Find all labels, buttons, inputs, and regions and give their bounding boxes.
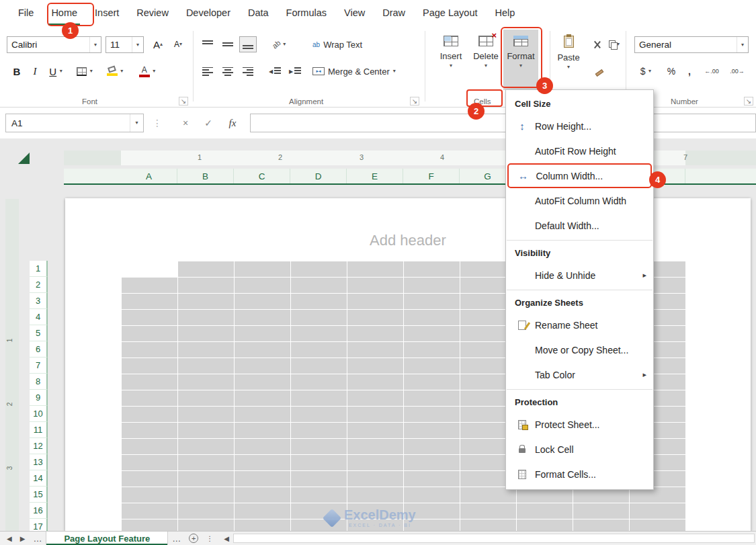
column-header-a[interactable]: A [121, 169, 177, 183]
menu-item-hide-unhide[interactable]: Hide & Unhide ▸ [506, 263, 653, 288]
cancel-button[interactable]: × [176, 114, 195, 132]
next-sheet-icon[interactable]: ▶ [16, 535, 30, 542]
tab-draw[interactable]: Draw [374, 0, 414, 26]
align-left-button[interactable] [199, 63, 216, 79]
comma-style-button[interactable]: , [683, 63, 696, 79]
insert-cells-button[interactable]: Insert ▾ [433, 30, 468, 90]
font-color-button[interactable]: A ▾ [134, 62, 160, 81]
row-header[interactable]: 10 [30, 406, 48, 422]
middle-align-button[interactable] [219, 36, 237, 52]
row-header[interactable]: 9 [30, 390, 48, 406]
tab-splitter-icon[interactable]: ⋮ [202, 535, 217, 542]
increase-indent-button[interactable]: ▶ [286, 63, 304, 79]
row-header[interactable]: 3 [30, 293, 48, 309]
row-header[interactable]: 12 [30, 438, 48, 454]
copy-button[interactable]: ▾ [604, 36, 624, 52]
percent-style-button[interactable]: % [664, 63, 679, 79]
tab-file[interactable]: File [9, 0, 42, 26]
merge-center-button[interactable]: ▸◂ Merge & Center ▾ [312, 63, 419, 79]
enter-button[interactable]: ✓ [199, 114, 218, 132]
row-header[interactable]: 5 [30, 325, 48, 341]
chevron-down-icon[interactable]: ▾ [153, 69, 155, 74]
tab-review[interactable]: Review [128, 0, 177, 26]
sheet-overflow-right[interactable]: … [168, 534, 185, 544]
tab-home[interactable]: Home [42, 0, 86, 26]
delete-cells-button[interactable]: Delete ▾ [468, 30, 503, 90]
row-header[interactable]: 13 [30, 454, 48, 470]
tab-insert[interactable]: Insert [86, 0, 128, 26]
row-header[interactable]: 1 [30, 261, 48, 277]
center-button[interactable] [219, 63, 237, 79]
bold-button[interactable]: B [9, 63, 24, 79]
column-header-b[interactable]: B [177, 169, 234, 183]
chevron-down-icon[interactable]: ▾ [519, 63, 522, 69]
row-header[interactable]: 4 [30, 309, 48, 325]
tab-help[interactable]: Help [487, 0, 524, 26]
font-size-combo[interactable]: 11 ▾ [106, 36, 144, 53]
chevron-down-icon[interactable]: ▾ [393, 69, 396, 74]
tab-view[interactable]: View [335, 0, 374, 26]
chevron-down-icon[interactable]: ▾ [130, 114, 143, 132]
column-header-c[interactable]: C [234, 169, 290, 183]
sheet-overflow-left[interactable]: … [29, 534, 46, 544]
menu-item-autofit-column-width[interactable]: AutoFit Column Width [506, 188, 653, 213]
row-header[interactable]: 8 [30, 374, 48, 390]
scroll-left-icon[interactable]: ◀ [220, 535, 233, 542]
formula-bar-grip-icon[interactable]: ⋮ [152, 114, 163, 132]
row-header[interactable]: 16 [30, 503, 48, 519]
new-sheet-icon[interactable]: + [189, 534, 198, 543]
column-header-d[interactable]: D [290, 169, 347, 183]
font-dialog-launcher-icon[interactable]: ↘ [179, 97, 188, 106]
menu-item-lock-cell[interactable]: Lock Cell [506, 437, 653, 462]
menu-item-format-cells[interactable]: Format Cells... [506, 462, 653, 487]
increase-font-size-button[interactable]: A▴ [149, 36, 167, 52]
fill-color-button[interactable]: ▾ [102, 62, 128, 81]
wrap-text-button[interactable]: ab Wrap Text [312, 36, 386, 52]
chevron-down-icon[interactable]: ▾ [89, 37, 101, 52]
decrease-decimal-button[interactable]: .00→ [726, 63, 749, 79]
row-header[interactable]: 7 [30, 358, 48, 374]
cut-button[interactable] [589, 36, 604, 52]
underline-button[interactable]: U ▾ [44, 63, 67, 79]
number-dialog-launcher-icon[interactable]: ↘ [744, 97, 753, 106]
formula-input[interactable] [250, 114, 756, 132]
increase-decimal-button[interactable]: ←.00 [700, 63, 723, 79]
row-header[interactable]: 14 [30, 470, 48, 487]
chevron-down-icon[interactable]: ▾ [60, 69, 62, 74]
decrease-font-size-button[interactable]: A▾ [169, 36, 187, 52]
menu-item-default-width[interactable]: Default Width... [506, 213, 653, 238]
chevron-down-icon[interactable]: ▾ [485, 63, 487, 69]
horizontal-scrollbar[interactable]: ◀ [220, 532, 756, 545]
chevron-down-icon[interactable]: ▾ [90, 69, 93, 74]
insert-function-button[interactable]: fx [223, 114, 242, 132]
chevron-down-icon[interactable]: ▾ [737, 37, 748, 52]
borders-button[interactable]: ▾ [73, 63, 97, 79]
tab-formulas[interactable]: Formulas [278, 0, 335, 26]
chevron-down-icon[interactable]: ▾ [648, 69, 651, 74]
chevron-down-icon[interactable]: ▾ [567, 65, 570, 70]
menu-item-autofit-row-height[interactable]: AutoFit Row Height [506, 138, 653, 163]
tab-page-layout[interactable]: Page Layout [414, 0, 486, 26]
row-header[interactable]: 11 [30, 422, 48, 438]
name-box[interactable]: A1 ▾ [5, 114, 144, 132]
format-cells-menu-button[interactable]: Format ▾ [503, 30, 538, 90]
font-name-combo[interactable]: Calibri ▾ [7, 36, 101, 53]
row-header[interactable]: 15 [30, 487, 48, 503]
menu-item-column-width[interactable]: ↔ Column Width... [507, 163, 652, 188]
top-align-button[interactable] [199, 36, 216, 52]
chevron-down-icon[interactable]: ▾ [132, 37, 143, 52]
tab-data[interactable]: Data [239, 0, 278, 26]
bottom-align-button[interactable] [239, 36, 257, 52]
selected-cell-a1[interactable] [122, 261, 177, 277]
align-right-button[interactable] [239, 63, 257, 79]
italic-button[interactable]: I [28, 63, 42, 79]
paste-button[interactable]: Paste ▾ [553, 30, 584, 90]
row-header[interactable]: 6 [30, 341, 48, 358]
accounting-format-button[interactable]: $ ▾ [636, 63, 656, 79]
tab-developer[interactable]: Developer [177, 0, 239, 26]
number-format-combo[interactable]: General ▾ [634, 36, 749, 53]
chevron-down-icon[interactable]: ▾ [283, 42, 286, 47]
format-painter-button[interactable] [591, 65, 608, 81]
menu-item-tab-color[interactable]: Tab Color ▸ [506, 362, 653, 387]
decrease-indent-button[interactable]: ◀ [266, 63, 284, 79]
